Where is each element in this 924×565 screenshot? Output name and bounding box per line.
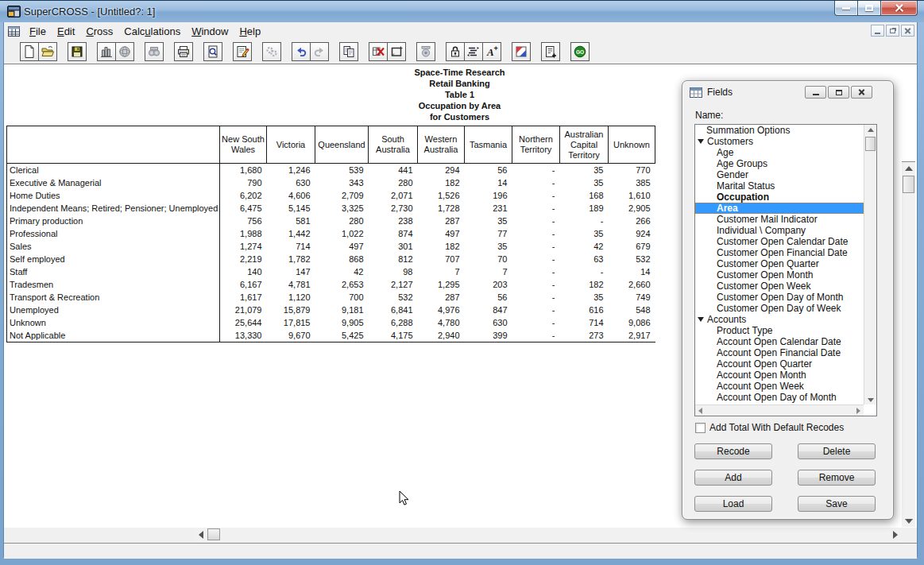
data-cell[interactable]: 231 <box>465 202 512 215</box>
data-cell[interactable]: 56 <box>465 164 512 177</box>
edit-table-icon[interactable] <box>233 42 252 61</box>
data-cell[interactable]: 714 <box>267 240 315 253</box>
data-cell[interactable]: - <box>560 265 609 278</box>
data-cell[interactable]: 874 <box>369 227 418 240</box>
data-cell[interactable]: 266 <box>609 215 655 227</box>
remove-button[interactable]: Remove <box>798 470 876 486</box>
field-item-gender[interactable]: Gender <box>695 169 864 180</box>
menu-window[interactable]: Window <box>186 24 234 40</box>
data-cell[interactable]: 9,905 <box>315 316 369 329</box>
data-cell[interactable]: 5,425 <box>315 329 369 342</box>
data-cell[interactable]: 35 <box>465 240 512 253</box>
field-item-account-open-quarter[interactable]: Account Open Quarter <box>695 358 864 370</box>
copy-icon[interactable] <box>339 42 358 61</box>
sort-levels-icon[interactable] <box>464 42 483 61</box>
data-cell[interactable]: - <box>512 253 560 265</box>
row-label[interactable]: Self employed <box>7 253 220 265</box>
data-cell[interactable]: 790 <box>220 176 267 189</box>
data-cell[interactable]: - <box>512 265 560 278</box>
data-cell[interactable]: 2,709 <box>315 189 369 202</box>
data-cell[interactable]: - <box>512 240 560 253</box>
data-cell[interactable]: 749 <box>609 291 655 304</box>
data-cell[interactable]: - <box>512 176 560 189</box>
fields-vertical-scroll-thumb[interactable] <box>865 137 876 151</box>
row-label[interactable]: Home Duties <box>7 189 220 202</box>
data-cell[interactable]: - <box>512 329 560 342</box>
field-item-age[interactable]: Age <box>695 147 864 158</box>
data-cell[interactable]: 2,653 <box>315 278 369 291</box>
row-label[interactable]: Transport & Recreation <box>7 291 220 304</box>
data-cell[interactable]: 168 <box>560 189 609 202</box>
field-item-product-type[interactable]: Product Type <box>695 325 864 336</box>
data-cell[interactable]: 6,288 <box>369 316 418 329</box>
data-cell[interactable]: 548 <box>609 304 655 316</box>
vertical-scrollbar[interactable] <box>902 161 915 527</box>
data-cell[interactable]: 2,071 <box>369 189 418 202</box>
row-label[interactable]: Clerical <box>7 164 220 177</box>
data-cell[interactable]: 42 <box>315 265 369 278</box>
open-icon[interactable] <box>38 42 57 61</box>
data-cell[interactable]: 770 <box>609 164 655 177</box>
data-cell[interactable]: 35 <box>560 164 609 177</box>
field-item-account-open-day-of-month[interactable]: Account Open Day of Month <box>695 392 864 403</box>
dialog-close-button[interactable] <box>851 86 872 99</box>
data-cell[interactable]: 441 <box>369 164 418 177</box>
recode-button[interactable]: Recode <box>694 443 772 459</box>
row-label[interactable]: Unemployed <box>7 304 220 316</box>
save-button[interactable]: Save <box>798 496 876 512</box>
scroll-up-icon[interactable] <box>905 166 913 171</box>
data-cell[interactable]: - <box>512 189 560 202</box>
data-cell[interactable]: 77 <box>465 227 512 240</box>
data-cell[interactable]: - <box>512 164 560 177</box>
data-cell[interactable]: 847 <box>465 304 512 316</box>
data-cell[interactable]: 15,879 <box>267 304 315 316</box>
mdi-restore-button[interactable] <box>886 25 899 37</box>
data-cell[interactable]: 2,127 <box>369 278 418 291</box>
data-cell[interactable]: 6,841 <box>369 304 418 316</box>
go-icon[interactable]: GO <box>570 42 590 61</box>
data-cell[interactable]: 497 <box>315 240 369 253</box>
data-cell[interactable]: 812 <box>369 253 418 265</box>
column-header[interactable]: Victoria <box>267 126 315 164</box>
field-item-account-open-financial-date[interactable]: Account Open Financial Date <box>695 347 864 358</box>
data-cell[interactable]: 7 <box>465 265 512 278</box>
row-label[interactable]: Primary production <box>7 215 220 227</box>
row-label[interactable]: Unknown <box>7 316 220 329</box>
field-item-account-open-week[interactable]: Account Open Week <box>695 381 864 392</box>
data-cell[interactable]: 1,988 <box>220 227 267 240</box>
bar-chart-icon[interactable] <box>97 42 116 61</box>
data-cell[interactable]: 4,781 <box>267 278 315 291</box>
data-cell[interactable]: 147 <box>267 265 315 278</box>
data-cell[interactable]: 1,610 <box>609 189 655 202</box>
data-cell[interactable]: 630 <box>267 176 315 189</box>
fields-scroll-up-icon[interactable] <box>868 128 874 132</box>
fields-list-vertical-scrollbar[interactable] <box>864 125 876 404</box>
data-cell[interactable]: 2,730 <box>369 202 418 215</box>
field-item-customer-mail-indicator[interactable]: Customer Mail Indicator <box>695 214 864 225</box>
horizontal-scrollbar[interactable] <box>195 528 901 541</box>
data-cell[interactable]: 35 <box>465 215 512 227</box>
font-size-icon[interactable]: A+ <box>482 42 501 61</box>
data-cell[interactable]: 714 <box>560 316 609 329</box>
data-cell[interactable]: 2,940 <box>418 329 465 342</box>
horizontal-scroll-thumb[interactable] <box>207 528 220 540</box>
data-cell[interactable]: 1,120 <box>267 291 315 304</box>
row-label[interactable]: Sales <box>7 240 220 253</box>
data-cell[interactable]: 924 <box>609 227 655 240</box>
data-cell[interactable]: 630 <box>465 316 512 329</box>
undo-icon[interactable] <box>292 42 311 61</box>
data-cell[interactable]: 343 <box>315 176 369 189</box>
minimize-button[interactable] <box>834 1 858 16</box>
data-cell[interactable]: 5,145 <box>267 202 315 215</box>
data-cell[interactable]: - <box>512 227 560 240</box>
column-header[interactable]: Queensland <box>315 126 369 164</box>
annotate-icon[interactable] <box>541 42 560 61</box>
data-cell[interactable]: 203 <box>465 278 512 291</box>
row-label[interactable]: Staff <box>7 265 220 278</box>
scroll-down-icon[interactable] <box>905 519 913 524</box>
data-cell[interactable]: 1,246 <box>267 164 315 177</box>
data-cell[interactable]: 6,475 <box>220 202 267 215</box>
data-cell[interactable]: 9,086 <box>609 316 655 329</box>
fields-list-horizontal-scrollbar[interactable] <box>695 404 864 416</box>
print-preview-icon[interactable] <box>203 42 222 61</box>
